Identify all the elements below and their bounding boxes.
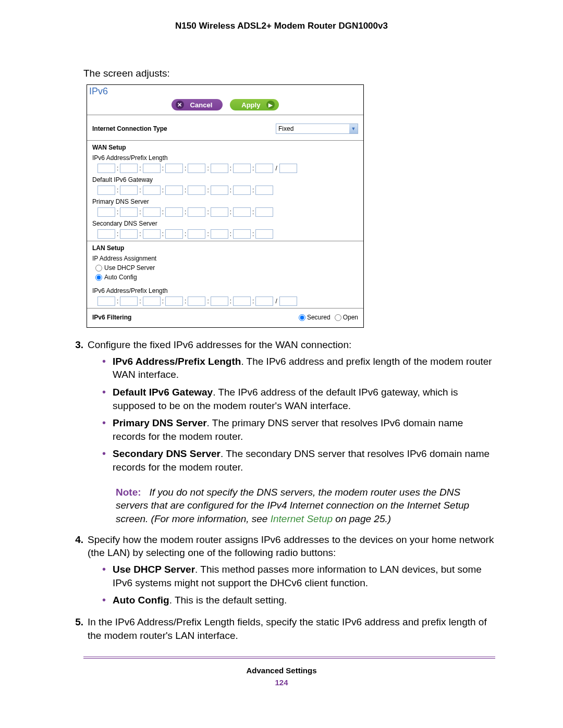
note-label: Note: xyxy=(116,487,141,498)
hex-input[interactable] xyxy=(233,186,251,195)
primary-dns-label: Primary DNS Server xyxy=(92,198,358,205)
hex-input[interactable] xyxy=(143,164,161,173)
secured-radio[interactable] xyxy=(299,314,305,321)
hex-input[interactable] xyxy=(255,207,273,217)
bullet-item: Use DHCP Server. This method passes more… xyxy=(100,563,495,589)
hex-input[interactable] xyxy=(188,186,205,195)
secured-label: Secured xyxy=(307,314,331,321)
hex-input[interactable] xyxy=(233,297,251,306)
hex-input[interactable] xyxy=(188,297,205,306)
auto-config-label: Auto Config xyxy=(104,274,137,281)
hex-input[interactable] xyxy=(97,186,115,195)
hex-input[interactable] xyxy=(255,164,273,173)
hex-input[interactable] xyxy=(233,229,251,239)
hex-input[interactable] xyxy=(188,229,205,239)
bullet-item: Secondary DNS Server. The secondary DNS … xyxy=(100,447,495,474)
apply-label: Apply xyxy=(241,101,260,109)
lan-ipv6-addr-row: : : : : : : : / xyxy=(97,297,358,306)
bullet-item: Auto Config. This is the default setting… xyxy=(100,594,495,607)
cancel-button[interactable]: ✕ Cancel xyxy=(172,99,223,110)
hex-input[interactable] xyxy=(143,186,161,195)
bullet-item: Default IPv6 Gateway. The IPv6 address o… xyxy=(100,386,495,412)
auto-config-radio[interactable] xyxy=(95,274,102,281)
lead-text: The screen adjusts: xyxy=(83,68,495,79)
ict-value: Fixed xyxy=(276,125,296,132)
step-text: Configure the fixed IPv6 addresses for t… xyxy=(88,339,351,350)
note-body-b: on page 25.) xyxy=(333,513,391,524)
footer-title: Advanced Settings xyxy=(0,666,563,675)
chevron-down-icon: ▼ xyxy=(349,124,358,133)
primary-dns-row: : : : : : : : xyxy=(97,207,358,217)
wan-ipv6-addr-label: IPv6 Address/Prefix Length xyxy=(92,154,358,162)
hex-input[interactable] xyxy=(120,229,138,239)
wan-setup-heading: WAN Setup xyxy=(92,144,358,151)
hex-input[interactable] xyxy=(211,229,228,239)
prefix-input[interactable] xyxy=(279,297,297,306)
hex-input[interactable] xyxy=(233,207,251,217)
hex-input[interactable] xyxy=(165,297,183,306)
hex-input[interactable] xyxy=(143,207,161,217)
ict-select[interactable]: Fixed ▼ xyxy=(276,124,358,134)
hex-input[interactable] xyxy=(165,186,183,195)
bullet-item: Primary DNS Server. The primary DNS serv… xyxy=(100,416,495,443)
default-gw-row: : : : : : : : xyxy=(97,186,358,195)
hex-input[interactable] xyxy=(165,164,183,173)
open-radio[interactable] xyxy=(335,314,341,321)
hex-input[interactable] xyxy=(255,297,273,306)
step-number: 4. xyxy=(68,533,83,611)
hex-input[interactable] xyxy=(97,207,115,217)
hex-input[interactable] xyxy=(97,164,115,173)
hex-input[interactable] xyxy=(188,207,205,217)
ip-assign-label: IP Address Assignment xyxy=(92,255,358,262)
hex-input[interactable] xyxy=(143,297,161,306)
doc-header: N150 Wireless ADSL2+ Modem Router DGN100… xyxy=(0,21,563,31)
internet-setup-link[interactable]: Internet Setup xyxy=(271,513,333,524)
lan-ipv6-addr-label: IPv6 Address/Prefix Length xyxy=(92,287,358,294)
hex-input[interactable] xyxy=(211,186,228,195)
wan-ipv6-addr-row: : : : : : : : / xyxy=(97,164,358,173)
play-icon: ▶ xyxy=(266,101,275,109)
step-text: Specify how the modem router assigns IPv… xyxy=(88,534,494,559)
panel-title: IPv6 xyxy=(87,85,363,97)
hex-input[interactable] xyxy=(120,164,138,173)
prefix-input[interactable] xyxy=(279,164,297,173)
close-icon: ✕ xyxy=(176,101,184,109)
ict-label: Internet Connection Type xyxy=(92,125,167,132)
default-gw-label: Default IPv6 Gateway xyxy=(92,176,358,183)
hex-input[interactable] xyxy=(211,207,228,217)
hex-input[interactable] xyxy=(188,164,205,173)
hex-input[interactable] xyxy=(211,164,228,173)
ipv6-filtering-label: IPv6 Filtering xyxy=(92,314,131,321)
screenshot-panel: IPv6 ✕ Cancel Apply ▶ Internet Connectio… xyxy=(87,84,364,328)
hex-input[interactable] xyxy=(143,229,161,239)
hex-input[interactable] xyxy=(120,186,138,195)
cancel-label: Cancel xyxy=(190,101,213,109)
hex-input[interactable] xyxy=(165,229,183,239)
use-dhcp-label: Use DHCP Server xyxy=(104,264,155,272)
button-bar: ✕ Cancel Apply ▶ xyxy=(87,97,363,115)
hex-input[interactable] xyxy=(233,164,251,173)
bullet-item: IPv6 Address/Prefix Length. The IPv6 add… xyxy=(100,355,495,381)
step-number: 5. xyxy=(68,615,83,642)
apply-button[interactable]: Apply ▶ xyxy=(230,99,279,110)
secondary-dns-row: : : : : : : : xyxy=(97,229,358,239)
hex-input[interactable] xyxy=(97,297,115,306)
hex-input[interactable] xyxy=(165,207,183,217)
use-dhcp-radio[interactable] xyxy=(95,265,102,272)
hex-input[interactable] xyxy=(255,229,273,239)
footer-page: 124 xyxy=(0,678,563,687)
note-block: Note: If you do not specify the DNS serv… xyxy=(116,486,495,526)
step-number: 3. xyxy=(68,338,83,478)
hex-input[interactable] xyxy=(97,229,115,239)
hex-input[interactable] xyxy=(120,297,138,306)
step-text: In the IPv6 Address/Prefix Length fields… xyxy=(88,616,487,641)
hex-input[interactable] xyxy=(120,207,138,217)
hex-input[interactable] xyxy=(255,186,273,195)
open-label: Open xyxy=(343,314,358,321)
hex-input[interactable] xyxy=(211,297,228,306)
lan-setup-heading: LAN Setup xyxy=(92,244,358,252)
secondary-dns-label: Secondary DNS Server xyxy=(92,220,358,227)
